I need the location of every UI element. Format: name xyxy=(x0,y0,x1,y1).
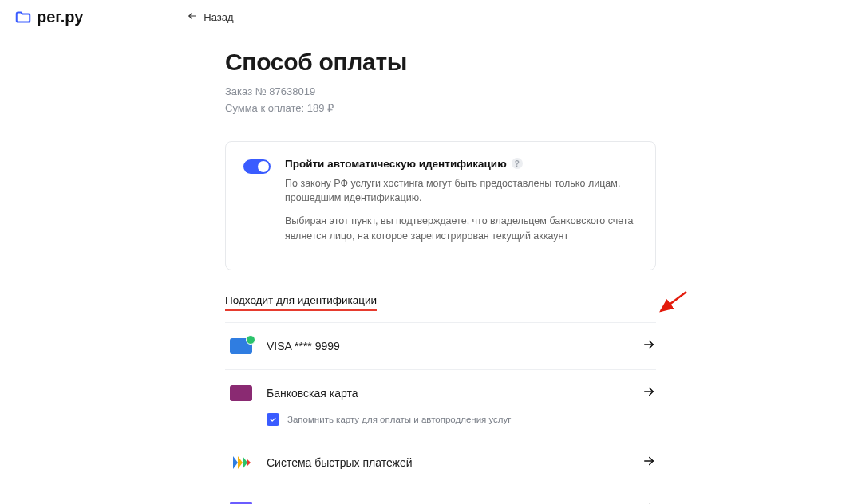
svg-marker-6 xyxy=(247,459,251,466)
site-logo[interactable]: рег.ру xyxy=(14,8,83,26)
method-label: Банковская карта xyxy=(267,387,627,400)
arrow-left-icon xyxy=(187,10,198,24)
svg-marker-4 xyxy=(238,456,243,469)
section-label: Подходит для идентификации xyxy=(225,294,377,311)
annotation-arrow-icon xyxy=(654,287,694,319)
order-number: Заказ № 87638019 xyxy=(225,84,656,100)
svg-line-10 xyxy=(661,292,686,311)
back-button[interactable]: Назад xyxy=(187,10,233,24)
svg-marker-5 xyxy=(243,456,247,469)
method-bank-card[interactable]: Банковская карта xyxy=(225,370,656,416)
back-label: Назад xyxy=(204,11,233,23)
help-icon[interactable]: ? xyxy=(512,158,523,169)
card-saved-icon xyxy=(230,338,252,354)
page-title: Способ оплаты xyxy=(225,49,656,76)
identification-toggle[interactable] xyxy=(243,159,271,174)
remember-card-row: Запомнить карту для оплаты и автопродлен… xyxy=(225,413,656,439)
identification-box: Пройти автоматическую идентификацию ? По… xyxy=(225,141,656,270)
arrow-right-icon xyxy=(642,454,656,471)
method-saved-card[interactable]: VISA **** 9999 xyxy=(225,323,656,370)
method-wire-transfer[interactable]: ₽ Безналичный перевод ₽ xyxy=(225,486,656,504)
arrow-right-icon xyxy=(642,337,656,355)
method-label: VISA **** 9999 xyxy=(267,340,627,352)
sbp-icon xyxy=(230,455,252,471)
identification-text-2: Выбирая этот пункт, вы подтверждаете, чт… xyxy=(285,214,638,244)
logo-text: рег.ру xyxy=(37,8,83,26)
identification-title: Пройти автоматическую идентификацию xyxy=(285,158,507,170)
ruble-icon: ₽ xyxy=(230,502,252,504)
payment-methods-list: VISA **** 9999 Банковская карта Запомнит… xyxy=(225,322,656,504)
arrow-right-icon xyxy=(642,384,656,402)
svg-marker-3 xyxy=(233,456,238,469)
card-icon xyxy=(230,385,252,401)
method-label: Система быстрых платежей xyxy=(267,456,627,469)
folder-icon xyxy=(14,9,32,26)
amount-due: Сумма к оплате: 189 ₽ xyxy=(225,100,656,117)
identification-text-1: По закону РФ услуги хостинга могут быть … xyxy=(285,176,638,207)
arrow-right-icon xyxy=(642,501,656,504)
method-sbp[interactable]: Система быстрых платежей xyxy=(225,439,656,486)
